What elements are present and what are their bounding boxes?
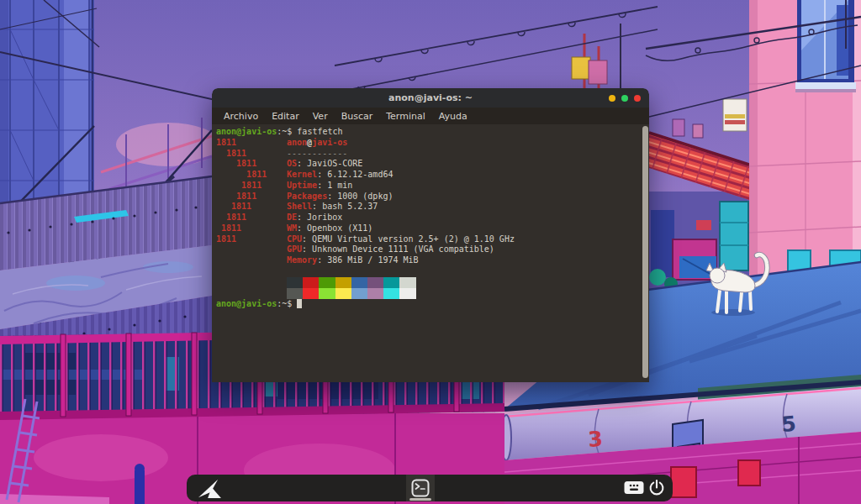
palette-swatch	[287, 277, 303, 288]
menu-item-buscar[interactable]: Buscar	[335, 111, 380, 122]
menu-item-ver[interactable]: Ver	[306, 111, 335, 122]
terminal-body[interactable]: anon@javi-os:~$ fastfetch 1811anon@javi-…	[212, 124, 649, 382]
fetch-row-kernel: 1811Kernel: 6.12.12-amd64	[216, 170, 649, 181]
gutter-number-3: 3	[587, 427, 603, 452]
window-button-close[interactable]	[634, 95, 641, 102]
prompt-suffix: :~$	[277, 127, 297, 136]
menu-item-terminal[interactable]: Terminal	[379, 111, 432, 122]
prompt-user: anon@javi-os	[216, 127, 277, 136]
palette-swatch	[367, 288, 383, 299]
fetch-row-memory: Memory: 386 MiB / 1974 MiB	[216, 255, 649, 266]
active-app-indicator	[409, 498, 431, 501]
palette-swatch	[399, 288, 415, 299]
palette-swatch	[383, 288, 399, 299]
palette-swatch	[335, 277, 351, 288]
fetch-row-wm: 1811WM: Openbox (X11)	[216, 223, 649, 234]
power-button[interactable]	[648, 479, 665, 500]
palette-row-normal	[287, 277, 649, 288]
window-titlebar[interactable]: anon@javi-os: ~	[212, 88, 649, 108]
terminal-app-icon	[411, 479, 430, 497]
menu-item-editar[interactable]: Editar	[265, 111, 306, 122]
prompt-suffix: :~$	[277, 299, 297, 308]
fetch-row-gpu: GPU: Unknown Device 1111 (VGA compatible…	[216, 244, 649, 255]
power-icon	[648, 479, 665, 496]
terminal-scrollbar[interactable]	[642, 126, 648, 378]
palette-swatch	[367, 277, 383, 288]
taskbar	[187, 475, 673, 501]
palette-swatch	[319, 288, 335, 299]
gutter-number-5: 5	[780, 412, 796, 437]
window-button-minimize[interactable]	[609, 95, 615, 102]
palette-swatch	[303, 288, 319, 299]
palette-swatch	[303, 277, 319, 288]
keyboard-button[interactable]	[624, 480, 644, 498]
prompt-line-active[interactable]: anon@javi-os:~$	[216, 299, 649, 310]
window-title: anon@javi-os: ~	[388, 92, 473, 103]
menu-bar: Archivo Editar Ver Buscar Terminal Ayuda	[212, 108, 649, 124]
palette-swatch	[287, 288, 303, 299]
menu-item-archivo[interactable]: Archivo	[217, 111, 265, 122]
palette-swatch	[383, 277, 399, 288]
fetch-row-os: 1811OS: JaviOS-CORE	[216, 159, 649, 170]
terminal-window: anon@javi-os: ~ Archivo Editar Ver Busca…	[212, 88, 649, 382]
palette-row-bright	[287, 288, 649, 299]
fetch-row-cpu: 1811CPU: QEMU Virtual version 2.5+ (2) @…	[216, 234, 649, 245]
palette-swatch	[319, 277, 335, 288]
keyboard-icon	[624, 480, 644, 495]
blank-line	[216, 266, 649, 277]
fetch-row-packages: 1811Packages: 1000 (dpkg)	[216, 192, 649, 202]
terminal-output: anon@javi-os:~$ fastfetch 1811anon@javi-…	[216, 127, 649, 309]
command-text: fastfetch	[297, 127, 342, 136]
fetch-row-shell: 1811Shell: bash 5.2.37	[216, 202, 649, 213]
palette-swatch	[335, 288, 351, 299]
palette-swatch	[351, 277, 367, 288]
desktop: { "window": { "title": "anon@javi-os: ~"…	[0, 0, 861, 504]
window-buttons	[609, 88, 641, 108]
fetch-title-line: 1811anon@javi-os	[216, 138, 649, 149]
menu-item-ayuda[interactable]: Ayuda	[432, 111, 474, 122]
paper-plane-logo-icon	[196, 477, 223, 499]
palette-swatch	[399, 277, 415, 288]
prompt-user: anon@javi-os	[216, 299, 277, 308]
fetch-row-uptime: 1811Uptime: 1 min	[216, 181, 649, 192]
palette-swatch	[351, 288, 367, 299]
fetch-row-de: 1811DE: Joribox	[216, 213, 649, 223]
terminal-cursor	[297, 299, 302, 308]
prompt-line: anon@javi-os:~$ fastfetch	[216, 127, 649, 138]
window-button-maximize[interactable]	[621, 95, 628, 102]
launcher-button[interactable]	[196, 477, 223, 499]
fetch-separator-line: 1811------------	[216, 149, 649, 160]
